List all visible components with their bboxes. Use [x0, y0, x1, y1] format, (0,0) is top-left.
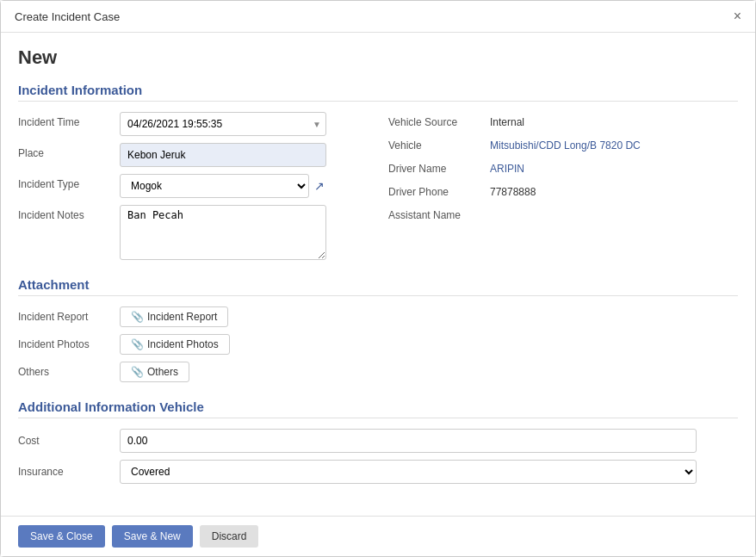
others-button[interactable]: 📎 Others — [120, 362, 189, 382]
place-label: Place — [18, 143, 113, 159]
attach-icon-others: 📎 — [131, 366, 144, 378]
save-close-button[interactable]: Save & Close — [18, 525, 105, 548]
incident-photos-btn-label: Incident Photos — [147, 338, 219, 350]
incident-photos-label: Incident Photos — [18, 338, 113, 350]
vehicle-source-value: Internal — [490, 112, 524, 128]
modal-footer: Save & Close Save & New Discard — [1, 516, 755, 556]
additional-info-title: Additional Information Vehicle — [18, 399, 738, 418]
incident-notes-textarea[interactable]: Ban Pecah — [120, 205, 326, 260]
close-button[interactable]: × — [734, 9, 741, 23]
insurance-row: Insurance Covered Not Covered Partial — [18, 460, 738, 484]
incident-type-label: Incident Type — [18, 174, 113, 190]
others-label: Others — [18, 366, 113, 378]
additional-information-section: Additional Information Vehicle Cost Insu… — [18, 399, 738, 484]
incident-notes-label: Incident Notes — [18, 205, 113, 221]
others-btn-label: Others — [147, 366, 178, 378]
modal-title: Create Incident Case — [15, 10, 120, 23]
assistant-name-label: Assistant Name — [388, 205, 483, 221]
incident-photos-button[interactable]: 📎 Incident Photos — [120, 334, 230, 355]
incident-report-btn-label: Incident Report — [147, 311, 217, 323]
form-right-column: Vehicle Source Internal Vehicle Mitsubis… — [388, 112, 738, 260]
incident-information-title: Incident Information — [18, 83, 738, 102]
driver-phone-label: Driver Phone — [388, 182, 483, 198]
incident-time-label: Incident Time — [18, 112, 113, 128]
incident-type-select[interactable]: Mogok — [120, 174, 309, 198]
vehicle-source-row: Vehicle Source Internal — [388, 112, 738, 128]
cost-label: Cost — [18, 435, 113, 447]
incident-time-row: Incident Time ▼ — [18, 112, 368, 136]
driver-name-label: Driver Name — [388, 158, 483, 175]
incident-notes-row: Incident Notes Ban Pecah — [18, 205, 368, 260]
incident-type-wrapper: Mogok ↗ — [120, 174, 368, 198]
save-new-button[interactable]: Save & New — [112, 525, 193, 548]
modal-header: Create Incident Case × — [1, 1, 755, 33]
driver-phone-value: 77878888 — [490, 182, 536, 198]
incident-photos-row: Incident Photos 📎 Incident Photos — [18, 334, 738, 355]
incident-time-input[interactable] — [120, 112, 326, 136]
place-input[interactable] — [120, 143, 326, 167]
incident-form-grid: Incident Time ▼ Place Incident Type — [18, 112, 738, 260]
vehicle-value[interactable]: Mitsubishi/CDD Long/B 7820 DC — [490, 135, 641, 152]
vehicle-row: Vehicle Mitsubishi/CDD Long/B 7820 DC — [388, 135, 738, 152]
incident-type-row: Incident Type Mogok ↗ — [18, 174, 368, 198]
vehicle-source-label: Vehicle Source — [388, 112, 483, 128]
driver-name-row: Driver Name ARIPIN — [388, 158, 738, 175]
assistant-name-row: Assistant Name — [388, 205, 738, 221]
external-link-icon[interactable]: ↗ — [314, 179, 325, 193]
form-left-column: Incident Time ▼ Place Incident Type — [18, 112, 368, 260]
place-row: Place — [18, 143, 368, 167]
page-heading: New — [18, 46, 738, 69]
others-row: Others 📎 Others — [18, 362, 738, 382]
incident-time-wrapper: ▼ — [120, 112, 326, 136]
incident-report-row: Incident Report 📎 Incident Report — [18, 306, 738, 327]
discard-button[interactable]: Discard — [200, 525, 259, 548]
cost-input[interactable] — [120, 429, 697, 453]
driver-name-value[interactable]: ARIPIN — [490, 158, 524, 175]
modal-container: Create Incident Case × New Incident Info… — [0, 0, 756, 557]
attach-icon-report: 📎 — [131, 311, 144, 323]
attachment-section: Attachment Incident Report 📎 Incident Re… — [18, 277, 738, 382]
vehicle-label: Vehicle — [388, 135, 483, 152]
attachment-section-title: Attachment — [18, 277, 738, 296]
modal-body: New Incident Information Incident Time ▼… — [1, 33, 755, 516]
driver-phone-row: Driver Phone 77878888 — [388, 182, 738, 198]
incident-report-label: Incident Report — [18, 311, 113, 323]
incident-report-button[interactable]: 📎 Incident Report — [120, 306, 228, 327]
insurance-label: Insurance — [18, 466, 113, 478]
insurance-select[interactable]: Covered Not Covered Partial — [120, 460, 697, 484]
attach-icon-photos: 📎 — [131, 338, 144, 350]
cost-row: Cost — [18, 429, 738, 453]
